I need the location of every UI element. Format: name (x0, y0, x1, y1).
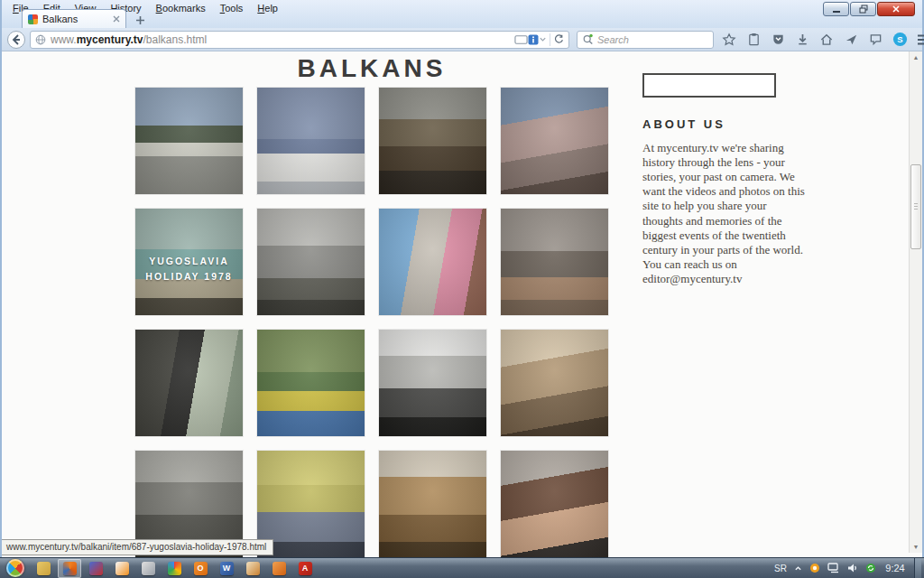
tab-bar: Balkans (22, 9, 151, 28)
chrome-icon (168, 562, 181, 575)
chevron-down-icon[interactable] (539, 35, 547, 43)
start-button[interactable] (6, 559, 24, 577)
taskbar-app-messenger[interactable] (110, 559, 134, 578)
paper-plane-icon (845, 33, 858, 46)
plus-icon (135, 15, 145, 25)
photo-thumbnail[interactable] (257, 88, 365, 194)
tray-language[interactable]: SR (774, 564, 787, 573)
site-favicon (28, 14, 38, 24)
scrollbar-grip (914, 203, 918, 204)
photo-thumbnail[interactable]: YUGOSLAVIAHOLIDAY 1978 (135, 209, 243, 315)
menu-tools[interactable]: Tools (213, 1, 251, 15)
new-tab-button[interactable] (129, 13, 151, 28)
photo-thumbnail[interactable] (501, 330, 608, 436)
photo-thumbnail[interactable] (135, 88, 243, 194)
urlbar-divider (550, 33, 550, 46)
taskbar-app-opera[interactable]: O (189, 559, 212, 578)
taskbar-apps: OWA (32, 558, 317, 578)
url-path: /balkans.html (143, 33, 207, 46)
photo-thumbnail[interactable] (501, 209, 608, 315)
taskbar-app-email-client[interactable] (267, 559, 291, 578)
home-icon (819, 33, 834, 46)
send-tab-button[interactable] (843, 32, 859, 48)
menu-bookmarks[interactable]: Bookmarks (149, 1, 213, 15)
back-button[interactable] (6, 30, 26, 50)
menu-help[interactable]: Help (250, 1, 285, 15)
taskbar-app-media-player[interactable] (84, 559, 107, 578)
network-icon[interactable] (827, 563, 840, 573)
tab-close-icon[interactable] (113, 15, 120, 23)
taskbar-clock[interactable]: 9:24 (883, 563, 907, 573)
reading-list-button[interactable] (745, 32, 762, 48)
photo-thumbnail[interactable] (501, 451, 608, 557)
hidden-icons-arrow[interactable] (794, 564, 802, 573)
browser-window: File Edit View History Bookmarks Tools H… (0, 0, 924, 557)
sidebar-search-input[interactable] (651, 74, 794, 97)
taskbar-app-firefox[interactable] (58, 559, 81, 578)
hamburger-icon (917, 33, 924, 46)
restore-icon (859, 5, 868, 14)
taskbar-app-word[interactable]: W (215, 559, 238, 578)
globe-icon (34, 33, 47, 46)
photo-thumbnail[interactable] (135, 330, 243, 436)
search-engine-icon[interactable] (582, 33, 595, 45)
photo-thumbnail[interactable] (379, 330, 486, 436)
star-icon (722, 33, 736, 47)
taskbar-app-explorer[interactable] (32, 559, 55, 578)
taskbar-app-graphics-editor[interactable] (241, 559, 264, 578)
media-player-icon (89, 562, 103, 575)
minimize-button[interactable] (823, 2, 849, 16)
url-prefix: www. (51, 33, 77, 46)
scroll-down-arrow[interactable]: ▼ (910, 541, 922, 553)
menu-hamburger-button[interactable] (916, 32, 924, 48)
photo-thumbnail[interactable] (379, 209, 486, 315)
skype-button[interactable]: S (892, 32, 908, 48)
close-button[interactable] (877, 2, 915, 16)
photo-thumbnail[interactable] (501, 88, 608, 194)
explorer-icon (37, 562, 51, 575)
messenger-icon (116, 562, 129, 575)
plugin-notification-icon[interactable] (528, 34, 539, 45)
status-link-preview: www.mycentury.tv/balkani/item/687-yugosl… (2, 539, 273, 555)
vertical-scrollbar[interactable]: ▲ ▼ (909, 51, 922, 553)
tab-balkans[interactable]: Balkans (22, 9, 126, 28)
pocket-button[interactable] (770, 32, 786, 48)
taskbar-app-screenshot-tool[interactable] (136, 559, 160, 578)
sidebar-search-box[interactable] (642, 73, 776, 98)
clipboard-icon (747, 33, 761, 46)
photo-thumbnail[interactable] (257, 330, 365, 436)
taskbar-app-chrome[interactable] (162, 559, 186, 578)
show-desktop-button[interactable] (914, 558, 921, 578)
update-icon[interactable] (865, 563, 876, 573)
photo-thumbnail[interactable] (379, 88, 486, 194)
screenshot-tool-icon (142, 562, 155, 575)
graphics-editor-icon (246, 562, 260, 575)
taskbar-app-pdf-reader[interactable]: A (293, 559, 317, 578)
photo-thumbnail[interactable] (257, 209, 365, 315)
page-content: BALKANS YUGOSLAVIAHOLIDAY 1978 ABOUT US … (2, 51, 922, 557)
skype-icon: S (892, 32, 908, 47)
reload-icon[interactable] (553, 33, 565, 45)
url-bar[interactable]: www.mycentury.tv/balkans.html (30, 31, 569, 49)
restore-button[interactable] (850, 2, 876, 16)
photo-thumbnail[interactable] (379, 451, 486, 557)
scroll-up-arrow[interactable]: ▲ (910, 51, 922, 63)
word-icon: W (220, 562, 234, 575)
about-us-heading: ABOUT US (642, 117, 805, 131)
toolbar-buttons: S (721, 32, 924, 48)
close-icon (892, 5, 901, 14)
tray-app-icon[interactable] (809, 563, 820, 573)
volume-icon[interactable] (847, 563, 858, 573)
page-title: BALKANS (135, 54, 608, 83)
about-us-text: At mycentury.tv we're sharing history th… (642, 141, 805, 286)
browser-search-field[interactable]: Search (577, 31, 714, 49)
page-action-icon[interactable] (514, 34, 528, 45)
url-domain: mycentury.tv (77, 33, 143, 46)
scrollbar-thumb[interactable] (910, 164, 921, 249)
chat-bubble-icon (869, 33, 882, 46)
bookmark-star-button[interactable] (721, 32, 737, 48)
hello-chat-button[interactable] (867, 32, 883, 48)
downloads-button[interactable] (794, 32, 810, 48)
firefox-icon (63, 562, 77, 575)
home-button[interactable] (818, 32, 835, 48)
